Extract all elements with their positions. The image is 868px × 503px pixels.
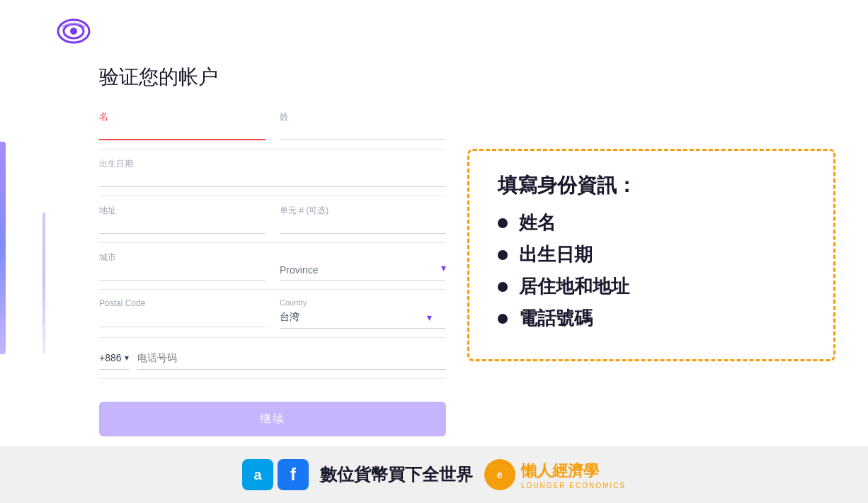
bullet-icon [498, 314, 508, 324]
phone-row: +886 ▾ [99, 346, 446, 370]
dob-row: 出生日期 [99, 158, 446, 187]
alipay-icon[interactable]: a [242, 459, 273, 490]
bottom-text: 數位貨幣買下全世界 [320, 463, 473, 486]
bottom-bar: a f 數位貨幣買下全世界 e 懶人經濟學 LOUNGER ECONOMICS [0, 446, 868, 503]
bullet-icon [498, 282, 508, 292]
info-box-list: 姓名 出生日期 居住地和地址 電話號碼 [498, 210, 805, 331]
list-item: 居住地和地址 [498, 274, 805, 299]
bullet-icon [498, 250, 508, 260]
lounger-sub-text: LOUNGER ECONOMICS [521, 482, 626, 490]
last-name-field: 姓 [280, 111, 446, 140]
divider-6 [99, 378, 446, 379]
divider-3 [99, 242, 446, 243]
dob-input[interactable] [99, 158, 446, 187]
country-label: Country [280, 298, 307, 307]
form-container: 验证您的帐户 名 姓 出生日期 地址 单元 # (可选) [99, 64, 446, 436]
address-row: 地址 单元 # (可选) [99, 205, 446, 234]
phone-code-value: +886 [99, 352, 122, 363]
city-field: 城市 [99, 252, 265, 281]
social-icons: a f [242, 459, 309, 490]
first-name-input[interactable] [99, 111, 265, 140]
phone-chevron-icon: ▾ [125, 353, 129, 363]
phone-input[interactable] [137, 346, 446, 370]
province-field: Province ▾ [280, 252, 446, 281]
lounger-text: 懶人經濟學 LOUNGER ECONOMICS [521, 460, 626, 490]
country-field[interactable]: Country 台湾 ▾ [280, 298, 446, 329]
first-name-field: 名 [99, 111, 265, 140]
lounger-main-text: 懶人經濟學 [521, 460, 626, 482]
list-item: 姓名 [498, 210, 805, 235]
svg-point-2 [70, 28, 77, 35]
phone-code-selector[interactable]: +886 ▾ [99, 346, 129, 370]
divider-2 [99, 196, 446, 196]
bullet-icon [498, 218, 508, 228]
country-chevron-icon: ▾ [427, 312, 432, 323]
last-name-label: 姓 [280, 111, 289, 123]
svg-text:e: e [497, 469, 503, 480]
address-input[interactable] [99, 205, 265, 234]
city-input[interactable] [99, 252, 265, 281]
page-title: 验证您的帐户 [99, 64, 446, 91]
country-value-text: 台湾 [280, 311, 299, 324]
facebook-icon[interactable]: f [278, 459, 309, 490]
postal-label: Postal Code [99, 298, 145, 308]
postal-field: Postal Code [99, 298, 265, 329]
city-label: 城市 [99, 252, 116, 264]
city-province-row: 城市 Province ▾ [99, 252, 446, 281]
left-decoration [0, 142, 6, 354]
list-item: 電話號碼 [498, 306, 805, 331]
list-item-text: 電話號碼 [519, 306, 593, 331]
lounger-logo: e 懶人經濟學 LOUNGER ECONOMICS [484, 459, 626, 490]
dob-field: 出生日期 [99, 158, 446, 187]
list-item: 出生日期 [498, 242, 805, 267]
scroll-bar [42, 213, 45, 354]
list-item-text: 居住地和地址 [519, 274, 629, 299]
lounger-icon: e [484, 459, 515, 490]
list-item-text: 出生日期 [519, 242, 593, 267]
postal-country-row: Postal Code Country 台湾 ▾ [99, 298, 446, 329]
divider-4 [99, 289, 446, 290]
name-row: 名 姓 [99, 111, 446, 140]
continue-button[interactable]: 继续 [99, 402, 446, 436]
divider-1 [99, 149, 446, 149]
address-field: 地址 [99, 205, 265, 234]
unit-label: 单元 # (可选) [280, 205, 329, 217]
info-box: 填寫身份資訊： 姓名 出生日期 居住地和地址 電話號碼 [467, 149, 835, 361]
unit-field: 单元 # (可选) [280, 205, 446, 234]
dob-label: 出生日期 [99, 158, 133, 170]
last-name-input[interactable] [280, 111, 446, 140]
logo [57, 17, 91, 48]
divider-5 [99, 337, 446, 338]
first-name-label: 名 [99, 111, 108, 123]
info-box-title: 填寫身份資訊： [498, 172, 805, 199]
address-label: 地址 [99, 205, 116, 217]
province-select[interactable]: Province [280, 252, 446, 281]
list-item-text: 姓名 [519, 210, 556, 235]
